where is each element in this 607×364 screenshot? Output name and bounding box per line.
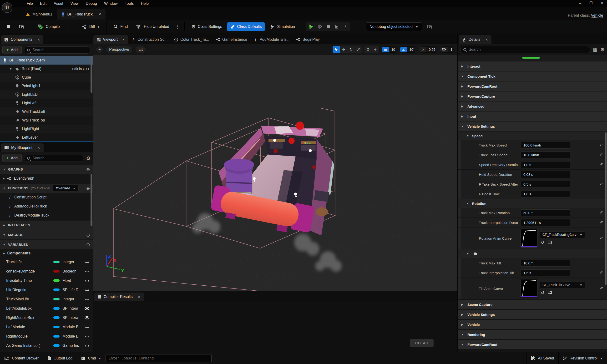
variable-row-truckmaxlife[interactable]: TruckMaxLifeInteger bbox=[0, 294, 93, 304]
add-circle-icon[interactable]: ⊕ bbox=[86, 232, 90, 238]
eye-closed-icon[interactable] bbox=[84, 270, 90, 273]
world-space-button[interactable]: ⚙ bbox=[364, 46, 372, 53]
component-tree-item-bp-foodtruck-self-[interactable]: BP_FoodTruck (Self) bbox=[0, 56, 93, 65]
variable-row-rightmodule[interactable]: RightModuleModule B bbox=[0, 332, 93, 341]
menu-view[interactable]: View bbox=[67, 1, 81, 6]
angle-snap-icon[interactable]: ∠ bbox=[400, 47, 407, 52]
variable-row-trucklife[interactable]: TruckLifeInteger bbox=[0, 257, 93, 267]
edit-in-cpp-link[interactable]: Edit in C++ bbox=[72, 67, 90, 71]
details-subcategory-rotation[interactable]: ▼Rotation bbox=[458, 199, 607, 208]
menu-debug[interactable]: Debug bbox=[83, 1, 100, 6]
add-component-button[interactable]: + Add bbox=[2, 46, 22, 54]
section-header-interfaces[interactable]: ▶INTERFACES bbox=[0, 221, 93, 230]
property-value-input[interactable]: 10,0 ° bbox=[520, 260, 570, 267]
camera-speed-value[interactable]: 1 bbox=[448, 47, 455, 52]
curve-thumbnail[interactable] bbox=[520, 229, 537, 247]
eye-closed-icon[interactable] bbox=[84, 335, 90, 338]
components-panel-tab[interactable]: C Components ✕ bbox=[1, 35, 43, 44]
grid-snap-value[interactable]: 10 bbox=[389, 47, 398, 52]
menu-window[interactable]: Window bbox=[101, 1, 121, 6]
component-tree-item-root-root-[interactable]: ▼Root (Root)Edit in C++ bbox=[0, 65, 93, 73]
variable-row-lifediegetic[interactable]: LifeDiegeticBP Life D bbox=[0, 285, 93, 294]
component-tree-item-lightled[interactable]: LightLED bbox=[0, 90, 93, 99]
menu-file[interactable]: File bbox=[24, 1, 36, 6]
function-item-destroymoduletruck[interactable]: ƒDestroyModuleTruck bbox=[0, 211, 93, 220]
property-value-input[interactable]: 1,290511 s bbox=[520, 219, 570, 226]
simulation-button[interactable]: Simulation bbox=[267, 22, 298, 31]
output-log-button[interactable]: Output Log bbox=[43, 352, 77, 364]
document-tab-beginplay[interactable]: BeginPlay bbox=[293, 35, 323, 44]
cmd-dropdown[interactable]: Cmd ▼ bbox=[77, 352, 105, 364]
minimize-button[interactable]: – bbox=[579, 1, 581, 5]
details-category-component-tick[interactable]: ▼Component Tick bbox=[458, 71, 607, 81]
revision-control-dropdown[interactable]: Revision Control ▼ bbox=[559, 352, 607, 364]
browse-asset-button[interactable] bbox=[16, 22, 27, 31]
asset-tab-mainmenu1[interactable]: MainMenu1 bbox=[21, 9, 57, 20]
variable-row-as-game-instance-[interactable]: As Game Instance (Game Ins bbox=[0, 341, 93, 350]
close-icon[interactable]: ✕ bbox=[38, 146, 40, 150]
my-blueprint-scrollbar[interactable] bbox=[90, 174, 92, 226]
play-options-icon[interactable]: ⋮ bbox=[341, 23, 349, 30]
browse-to-asset-icon[interactable] bbox=[548, 290, 553, 294]
component-tree-item-leftlever[interactable]: LeftLever bbox=[0, 133, 93, 142]
debug-object-dropdown[interactable]: No debug object selected ▼ bbox=[366, 22, 422, 31]
clear-button[interactable]: CLEAR bbox=[410, 339, 434, 347]
variable-type-pill[interactable] bbox=[53, 335, 60, 338]
property-value-input[interactable]: 1,0 s bbox=[520, 191, 570, 197]
variable-type-pill[interactable] bbox=[53, 316, 60, 319]
my-blueprint-panel-tab[interactable]: My Blueprint ✕ bbox=[1, 143, 44, 152]
use-selected-asset-icon[interactable]: ↺ bbox=[541, 290, 544, 295]
function-item-construction-script[interactable]: ƒConstruction Script bbox=[0, 193, 93, 202]
variable-type-pill[interactable] bbox=[53, 326, 60, 328]
chevron-right-icon[interactable]: ▶ bbox=[3, 177, 5, 180]
parent-class-link[interactable]: Vehicle bbox=[591, 13, 603, 18]
document-tab-gameinstance[interactable]: GameInstance bbox=[212, 35, 250, 44]
details-category-advanced[interactable]: ▶Advanced bbox=[458, 102, 607, 111]
details-subcategory-speed[interactable]: ▼Speed bbox=[458, 131, 607, 140]
debug-browse-button[interactable] bbox=[424, 22, 435, 31]
details-settings-gear-icon[interactable]: ⚙ bbox=[600, 47, 605, 52]
components-scrollbar[interactable] bbox=[90, 57, 92, 93]
camera-icon[interactable] bbox=[440, 47, 448, 52]
hide-unrelated-button[interactable]: Hide Unrelated bbox=[133, 22, 172, 31]
variable-type-pill[interactable] bbox=[53, 260, 60, 263]
variable-type-pill[interactable] bbox=[53, 279, 60, 282]
section-header-functions[interactable]: ▼FUNCTIONS(25 OVERRIOverride▼⊕ bbox=[0, 184, 93, 193]
variable-type-pill[interactable] bbox=[53, 270, 60, 273]
my-blueprint-search-input[interactable]: Search bbox=[24, 155, 84, 162]
add-circle-icon[interactable]: ⊕ bbox=[86, 167, 90, 172]
property-value-input[interactable]: 18,0 km/h bbox=[520, 152, 570, 158]
find-options-icon[interactable]: ⋮ bbox=[174, 24, 181, 29]
variable-type-pill[interactable] bbox=[53, 298, 60, 300]
eye-closed-icon[interactable] bbox=[84, 325, 90, 329]
details-panel-tab[interactable]: Details ✕ bbox=[459, 35, 491, 44]
variable-type-pill[interactable] bbox=[53, 288, 60, 291]
details-category-vehicle[interactable]: ▶Vehicle bbox=[458, 320, 607, 329]
variable-row-invicibility-time[interactable]: Invicibility TimeFloat bbox=[0, 276, 93, 285]
curve-asset-dropdown[interactable]: CF_TruckRotatingCurv▼ bbox=[540, 231, 585, 238]
console-command-input[interactable]: Enter Console Command bbox=[105, 354, 212, 362]
document-tab-color-truck-te-[interactable]: Color Truck_Te... bbox=[171, 35, 212, 44]
close-icon[interactable]: ✕ bbox=[138, 295, 141, 299]
variable-type-pill[interactable] bbox=[53, 344, 60, 347]
compile-button[interactable]: Compile bbox=[35, 22, 63, 31]
details-subcategory-tilt[interactable]: ▼Tilt bbox=[458, 249, 607, 258]
variable-row-leftmodule[interactable]: LeftModuleModule B bbox=[0, 322, 93, 332]
document-tab-addmoduletotr-[interactable]: ƒAddModuleToTr... bbox=[250, 35, 293, 44]
menu-edit[interactable]: Edit bbox=[37, 1, 50, 6]
grid-snap-icon[interactable]: ▦ bbox=[382, 47, 389, 52]
section-header-variables[interactable]: ▼VARIABLES⊕ bbox=[0, 240, 93, 249]
select-tool-button[interactable] bbox=[333, 46, 340, 53]
compile-options-icon[interactable]: ⋮ bbox=[65, 24, 71, 29]
details-category-forwardcamroot[interactable]: ▶ForwardCamRoot bbox=[458, 81, 607, 91]
class-settings-button[interactable]: ⚙ Class Settings bbox=[188, 22, 225, 31]
scale-snap-icon[interactable]: ↗ bbox=[419, 47, 426, 52]
frame-skip-button[interactable] bbox=[316, 23, 324, 30]
find-button[interactable]: Find bbox=[111, 22, 130, 31]
event-graph-item[interactable]: ▶EventGraph bbox=[0, 174, 93, 183]
section-header-graphs[interactable]: ▼GRAPHS⊕ bbox=[0, 165, 93, 174]
rotate-tool-button[interactable]: ↻ bbox=[347, 46, 355, 53]
component-tree-item-lightleft[interactable]: LightLeft bbox=[0, 99, 93, 107]
compiler-results-tab[interactable]: Compiler Results ✕ bbox=[94, 293, 144, 301]
components-search-input[interactable]: Search bbox=[24, 46, 90, 54]
